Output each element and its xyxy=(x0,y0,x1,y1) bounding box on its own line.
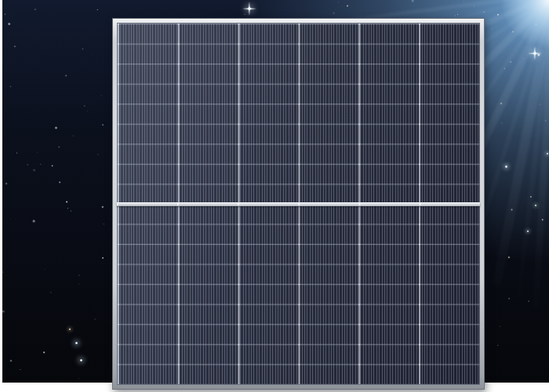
product-image-canvas xyxy=(0,0,549,392)
bright-star xyxy=(69,328,71,330)
light-ray xyxy=(496,0,549,285)
bright-star xyxy=(527,230,529,232)
light-ray xyxy=(536,0,549,309)
panel-cell-grid xyxy=(117,23,480,385)
sun-burst xyxy=(500,0,549,49)
bright-star xyxy=(505,165,507,168)
bright-star xyxy=(80,359,82,361)
bright-star xyxy=(248,7,251,10)
star-field xyxy=(2,0,3,1)
light-ray xyxy=(518,0,549,299)
bright-star xyxy=(533,52,536,55)
bright-star xyxy=(547,153,548,154)
bright-star xyxy=(535,205,536,206)
bright-star xyxy=(75,342,78,344)
panel-center-busbar xyxy=(117,202,480,206)
solar-panel xyxy=(112,18,485,390)
